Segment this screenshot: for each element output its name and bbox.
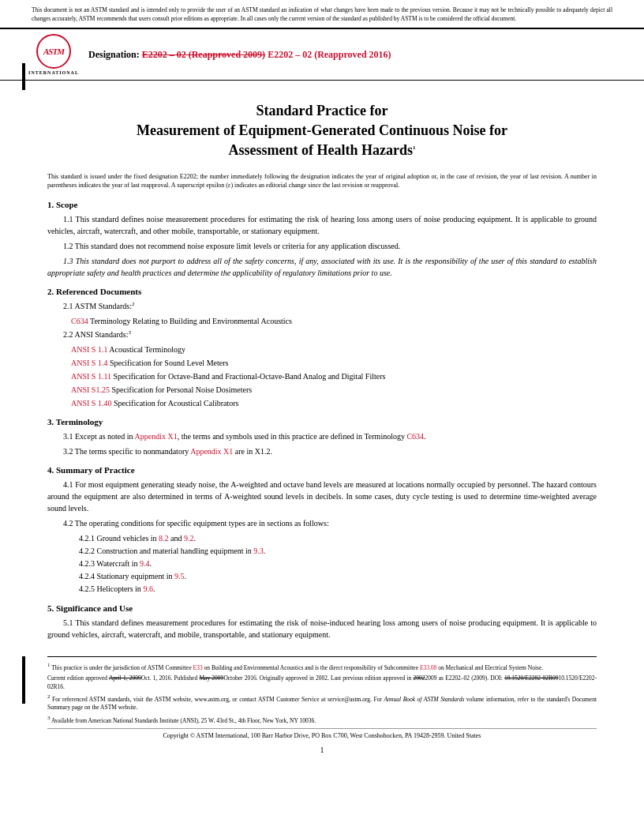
header-bar: ASTM INTERNATIONAL Designation: E2202 – … xyxy=(0,28,644,81)
standard-notice: This standard is issued under the fixed … xyxy=(47,172,597,190)
terminology-heading: 3. Terminology xyxy=(47,417,103,426)
copyright-footer: Copyright © ASTM International, 100 Barr… xyxy=(47,728,597,742)
ansi-s1-40-link[interactable]: ANSI S 1.40 xyxy=(71,399,111,408)
ansi-s1-40-text: Specification for Acoustical Calibrators xyxy=(111,399,238,408)
term-p1-mid: , the terms and symbols used in this pra… xyxy=(178,432,407,441)
appendix-x1-link1[interactable]: Appendix X1 xyxy=(135,432,178,441)
ansi-s1-4-text: Specification for Sound Level Meters xyxy=(107,359,228,367)
ref-p2: 2.2 ANSI Standards:3 xyxy=(47,329,597,340)
copyright-text: Copyright © ASTM International, 100 Barr… xyxy=(163,732,481,739)
footnote-4: 3 Available from American National Stand… xyxy=(47,715,597,725)
logo-text: ASTM xyxy=(43,47,64,56)
ref-ansi-s1-25: ANSI S1.25 Specification for Personal No… xyxy=(71,384,597,396)
logo-circle: ASTM xyxy=(36,34,71,69)
ansi-s1-11-text: Specification for Octave-Band and Fracti… xyxy=(111,372,385,381)
ansi-s1-1-link[interactable]: ANSI S 1.1 xyxy=(71,345,107,354)
summary-item-425: 4.2.5 Helicopters in 9.6. xyxy=(79,583,597,595)
top-notice-text: This document is not an ASTM standard an… xyxy=(32,6,612,22)
left-bar-marker xyxy=(22,63,25,90)
link-9-3[interactable]: 9.3 xyxy=(253,547,264,555)
footnote-section: 1 This practice is under the jurisdictio… xyxy=(0,656,644,725)
scope-heading: 1. Scope xyxy=(47,200,78,209)
term-p1-pre: 3.1 Except as noted in xyxy=(63,432,135,441)
section-5-heading: 5. Significance and Use xyxy=(47,603,597,613)
new-designation: E2202 – 02 (Reapproved 2016) xyxy=(268,49,391,60)
ansi-s1-1-text: Acoustical Terminology xyxy=(107,345,185,354)
ansi-s1-4-link[interactable]: ANSI S 1.4 xyxy=(71,359,107,367)
significance-p1: 5.1 This standard defines measurement pr… xyxy=(47,617,597,641)
scope-p2: 1.2 This standard does not recommend noi… xyxy=(47,240,597,252)
link-8-2[interactable]: 8.2 xyxy=(159,534,169,543)
term-p1-end: . xyxy=(424,432,426,441)
link-9-5[interactable]: 9.5 xyxy=(174,572,185,580)
ref-p1: 2.1 ASTM Standards:2 xyxy=(47,300,597,312)
ref-ansi-s1-11: ANSI S 1.11 Specification for Octave-Ban… xyxy=(71,370,597,382)
summary-item-421: 4.2.1 Ground vehicles in 8.2 and 9.2. xyxy=(79,532,597,545)
title-line2: Measurement of Equipment-Generated Conti… xyxy=(137,122,507,138)
section-4-heading: 4. Summary of Practice xyxy=(47,465,597,475)
ref-heading: 2. Referenced Documents xyxy=(47,287,141,296)
ref-p2-sup: 3 xyxy=(129,329,132,336)
footnote-2: Current edition approved April 1, 2009Oc… xyxy=(47,674,597,691)
title-line1: Standard Practice for xyxy=(256,103,388,118)
e3308-link[interactable]: E33.08 xyxy=(420,664,436,671)
c634-link2[interactable]: C634 xyxy=(406,432,424,441)
ref-p1-sup: 2 xyxy=(132,301,135,307)
designation-block: Designation: E2202 – 02 (Reapproved 2009… xyxy=(88,49,612,61)
scope-p1: 1.1 This standard defines noise measurem… xyxy=(47,213,597,237)
logo-intl: INTERNATIONAL xyxy=(28,70,79,75)
designation-label: Designation: xyxy=(88,49,140,60)
significance-heading: 5. Significance and Use xyxy=(47,603,133,613)
old-designation: E2202 – 02 (Reapproved 2009) xyxy=(142,49,265,60)
footnote-3: 2 For referenced ASTM standards, visit t… xyxy=(47,693,597,712)
summary-item-422: 4.2.2 Construction and material handling… xyxy=(79,545,597,558)
ansi-s1-11-link[interactable]: ANSI S 1.11 xyxy=(71,372,111,381)
link-9-6[interactable]: 9.6 xyxy=(143,584,153,593)
page-number: 1 xyxy=(0,746,644,754)
footnote-1: 1 This practice is under the jurisdictio… xyxy=(47,662,597,672)
section-3-heading: 3. Terminology xyxy=(47,417,597,426)
ref-p2-text: 2.2 ANSI Standards: xyxy=(63,330,129,339)
term-p2-end: are in X1.2. xyxy=(233,447,272,456)
astm-logo: ASTM INTERNATIONAL xyxy=(32,34,76,75)
footnote-area: 1 This practice is under the jurisdictio… xyxy=(47,656,597,725)
term-p2-pre: 3.2 The terms specific to nonmandatory xyxy=(63,447,190,456)
ref-ansi-s1-1: ANSI S 1.1 Acoustical Terminology xyxy=(71,344,597,355)
terminology-p1: 3.1 Except as noted in Appendix X1, the … xyxy=(47,430,597,442)
ref-p1-text: 2.1 ASTM Standards: xyxy=(63,302,132,310)
title-line3: Assessment of Health Hazards xyxy=(229,142,413,158)
scope-p3: 1.3 This standard does not purport to ad… xyxy=(47,255,597,279)
c634-text: Terminology Relating to Building and Env… xyxy=(88,317,292,325)
ansi-s1-25-text: Specification for Personal Noise Dosimet… xyxy=(110,385,252,394)
summary-p2: 4.2 The operating conditions for specifi… xyxy=(47,517,597,529)
ref-ansi-s1-40: ANSI S 1.40 Specification for Acoustical… xyxy=(71,397,597,409)
document-title: Standard Practice for Measurement of Equ… xyxy=(47,101,597,161)
appendix-x1-link2[interactable]: Appendix X1 xyxy=(190,447,233,456)
summary-p1: 4.1 For most equipment generating steady… xyxy=(47,479,597,514)
link-9-2[interactable]: 9.2 xyxy=(184,534,194,543)
section-1-heading: 1. Scope xyxy=(47,200,597,209)
summary-item-423: 4.2.3 Watercraft in 9.4. xyxy=(79,558,597,570)
summary-item-424: 4.2.4 Stationary equipment in 9.5. xyxy=(79,570,597,583)
document-page: This document is not an ASTM standard an… xyxy=(0,0,644,834)
main-content: Standard Practice for Measurement of Equ… xyxy=(0,81,644,656)
footnote-left-bar xyxy=(22,656,25,704)
ref-c634: C634 Terminology Relating to Building an… xyxy=(71,315,597,327)
summary-heading: 4. Summary of Practice xyxy=(47,465,135,475)
title-superscript: 1 xyxy=(413,145,416,151)
terminology-p2: 3.2 The terms specific to nonmandatory A… xyxy=(47,445,597,457)
link-9-4[interactable]: 9.4 xyxy=(140,559,150,568)
c634-link[interactable]: C634 xyxy=(71,317,88,325)
top-notice: This document is not an ASTM standard an… xyxy=(0,0,644,28)
e33-link[interactable]: E33 xyxy=(193,664,203,671)
ref-ansi-s1-4: ANSI S 1.4 Specification for Sound Level… xyxy=(71,357,597,369)
ansi-s1-25-link[interactable]: ANSI S1.25 xyxy=(71,385,110,394)
standard-notice-text: This standard is issued under the fixed … xyxy=(47,173,597,190)
section-2-heading: 2. Referenced Documents xyxy=(47,287,597,296)
